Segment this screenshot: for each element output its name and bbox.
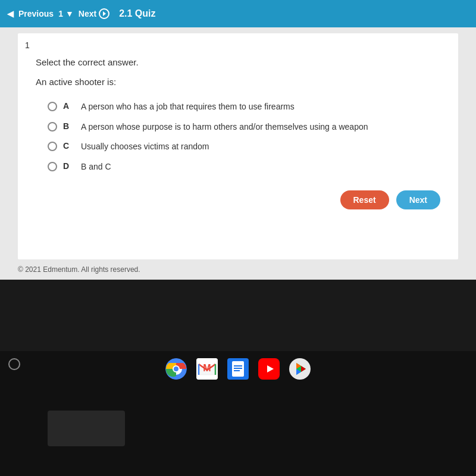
quiz-title: 2.1 Quiz (119, 8, 155, 19)
instruction-text: Select the correct answer. (36, 57, 440, 67)
svg-rect-9 (234, 368, 242, 369)
card-actions: Reset Next (36, 190, 440, 209)
next-button[interactable]: Next (396, 190, 440, 209)
playstore-icon[interactable] (289, 358, 311, 380)
nav-next-text: Next (79, 9, 96, 18)
copyright-text: © 2021 Edmentum. All rights reserved. (18, 265, 140, 274)
options-list: A A person who has a job that requires t… (48, 101, 440, 173)
quiz-card: 1 Select the correct answer. An active s… (18, 33, 458, 259)
svg-point-4 (174, 367, 178, 371)
option-c-label: C (63, 141, 75, 151)
chrome-icon[interactable] (165, 358, 187, 380)
question-inner: Select the correct answer. An active sho… (36, 45, 440, 209)
option-c[interactable]: C Usually chooses victims at random (48, 141, 440, 153)
dark-overlay (48, 411, 125, 446)
docs-icon[interactable] (227, 358, 249, 380)
taskbar-icons: M (0, 351, 476, 387)
question-text: An active shooter is: (36, 77, 440, 87)
option-a-label: A (63, 101, 75, 111)
option-a[interactable]: A A person who has a job that requires t… (48, 101, 440, 113)
radio-a[interactable] (48, 102, 57, 111)
svg-rect-10 (234, 370, 240, 371)
footer: © 2021 Edmentum. All rights reserved. (0, 259, 476, 280)
main-content: 1 Select the correct answer. An active s… (0, 27, 476, 280)
reset-button[interactable]: Reset (340, 190, 389, 209)
svg-marker-11 (267, 365, 274, 372)
radio-b[interactable] (48, 122, 57, 131)
taskbar: M (0, 351, 476, 476)
option-a-text: A person who has a job that requires the… (81, 101, 295, 113)
nav-next-button[interactable]: Next (79, 8, 109, 19)
next-circle-icon (99, 8, 109, 19)
option-d[interactable]: D B and C (48, 161, 440, 173)
question-number: 1 (25, 40, 30, 50)
page-dropdown[interactable]: ▼ (65, 9, 74, 18)
svg-text:M: M (203, 363, 211, 373)
svg-marker-0 (103, 11, 106, 16)
previous-button[interactable]: ◀Previous (7, 9, 54, 18)
page-number: 1 (58, 9, 63, 18)
taskbar-circle[interactable] (8, 358, 20, 370)
radio-c[interactable] (48, 142, 57, 151)
option-d-label: D (63, 161, 75, 171)
option-b[interactable]: B A person whose purpose is to harm othe… (48, 121, 440, 133)
option-b-label: B (63, 121, 75, 131)
option-c-text: Usually chooses victims at random (81, 141, 209, 153)
previous-text: Previous (18, 9, 54, 18)
youtube-icon[interactable] (258, 358, 280, 380)
option-d-text: B and C (81, 161, 111, 173)
top-navigation: ◀Previous 1 ▼ Next 2.1 Quiz (0, 0, 476, 27)
svg-rect-8 (234, 365, 242, 367)
gmail-icon[interactable]: M (196, 358, 218, 380)
page-selector: 1 ▼ (58, 9, 74, 18)
left-triangle-icon: ◀ (7, 9, 14, 18)
radio-d[interactable] (48, 162, 57, 171)
option-b-text: A person whose purpose is to harm others… (81, 121, 368, 133)
